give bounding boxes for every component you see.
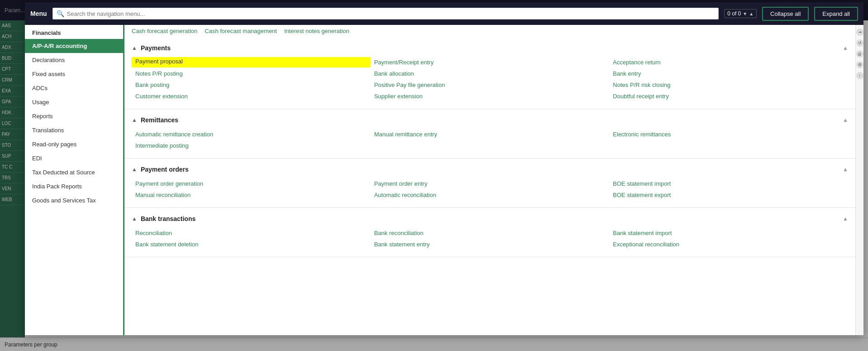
payment-order-entry-link[interactable]: Payment order entry bbox=[371, 178, 610, 189]
acceptance-return-link[interactable]: Acceptance return bbox=[609, 57, 848, 67]
notes-pr-risk-closing-link[interactable]: Notes P/R risk closing bbox=[609, 80, 848, 90]
payments-section-header: ▲ Payments ▲ bbox=[124, 39, 855, 55]
remittances-collapse-right[interactable]: ▲ bbox=[843, 117, 848, 123]
payments-items-grid: Payment proposal Payment/Receipt entry A… bbox=[124, 55, 855, 103]
counter-down-arrow[interactable]: ▼ bbox=[743, 11, 747, 16]
counter-value: 0 of 0 bbox=[727, 10, 741, 17]
payment-orders-title-row: ▲ Payment orders bbox=[132, 166, 189, 173]
modal-content: Cash forecast generation Cash forecast m… bbox=[124, 25, 855, 335]
top-link-cash-forecast-mgmt[interactable]: Cash forecast management bbox=[205, 28, 277, 34]
bank-transactions-items-grid: Reconciliation Bank reconciliation Bank … bbox=[124, 226, 855, 251]
payments-section: ▲ Payments ▲ Payment proposal Payment/Re… bbox=[124, 39, 855, 109]
bank-transactions-section-title: Bank transactions bbox=[141, 215, 196, 222]
modal-sidebar: Financials A/P-A/R accounting Declaratio… bbox=[25, 25, 124, 335]
payment-orders-section-title: Payment orders bbox=[141, 166, 189, 173]
search-input[interactable] bbox=[67, 10, 715, 17]
top-link-cash-forecast-gen[interactable]: Cash forecast generation bbox=[132, 28, 197, 34]
payment-orders-items-grid: Payment order generation Payment order e… bbox=[124, 177, 855, 202]
sidebar-item-label: A/P-A/R accounting bbox=[32, 43, 87, 49]
modal-body: Financials A/P-A/R accounting Declaratio… bbox=[25, 25, 863, 335]
sidebar-item-declarations[interactable]: Declarations bbox=[25, 53, 123, 67]
remittances-section-header: ▲ Remittances ▲ bbox=[124, 111, 855, 127]
top-link-interest-notes[interactable]: Interest notes generation bbox=[284, 28, 349, 34]
exceptional-reconciliation-link[interactable]: Exceptional reconciliation bbox=[609, 239, 848, 250]
payments-title-row: ▲ Payments bbox=[132, 44, 171, 52]
intermediate-posting-link[interactable]: Intermediate posting bbox=[132, 140, 371, 151]
sidebar-item-label: Fixed assets bbox=[32, 71, 65, 77]
counter-up-arrow[interactable]: ▲ bbox=[749, 11, 754, 16]
bank-transactions-title-row: ▲ Bank transactions bbox=[132, 215, 196, 222]
doubtful-receipt-entry-link[interactable]: Doubtful receipt entry bbox=[609, 91, 848, 101]
payment-orders-collapse-icon[interactable]: ▲ bbox=[132, 166, 137, 173]
expand-all-button[interactable]: Expand all bbox=[814, 7, 858, 21]
sidebar-item-usage[interactable]: Usage bbox=[25, 95, 123, 109]
notes-pr-posting-link[interactable]: Notes P/R posting bbox=[132, 68, 371, 79]
refresh-icon-btn[interactable]: ↺ bbox=[856, 39, 863, 47]
sidebar-item-label: India Pack Reports bbox=[32, 183, 82, 190]
bank-transactions-section: ▲ Bank transactions ▲ Reconciliation Ban… bbox=[124, 210, 855, 257]
automatic-reconciliation-link[interactable]: Automatic reconciliation bbox=[371, 190, 610, 200]
remittances-collapse-icon[interactable]: ▲ bbox=[132, 117, 137, 123]
remittances-title-row: ▲ Remittances bbox=[132, 116, 178, 124]
search-icon: 🔍 bbox=[57, 10, 64, 17]
sidebar-item-reports[interactable]: Reports bbox=[25, 109, 123, 123]
sidebar-item-label: EDI bbox=[32, 155, 42, 162]
electronic-remittances-link[interactable]: Electronic remittances bbox=[609, 129, 848, 139]
top-links-row: Cash forecast generation Cash forecast m… bbox=[124, 25, 855, 39]
bank-statement-deletion-link[interactable]: Bank statement deletion bbox=[132, 239, 371, 250]
payment-orders-collapse-right[interactable]: ▲ bbox=[843, 166, 848, 173]
sidebar-item-label: Translations bbox=[32, 127, 64, 134]
customer-extension-link[interactable]: Customer extension bbox=[132, 91, 371, 101]
bank-transactions-collapse-right[interactable]: ▲ bbox=[843, 216, 848, 222]
boe-statement-export-link[interactable]: BOE statement export bbox=[609, 190, 848, 200]
navigation-modal: Menu 🔍 0 of 0 ▼ ▲ Collapse all Expand al… bbox=[25, 2, 863, 335]
sidebar-item-translations[interactable]: Translations bbox=[25, 123, 123, 137]
payments-collapse-right[interactable]: ▲ bbox=[843, 45, 848, 51]
sidebar-item-label: Declarations bbox=[32, 57, 65, 63]
search-wrapper: 🔍 bbox=[52, 8, 719, 19]
bank-transactions-section-header: ▲ Bank transactions ▲ bbox=[124, 210, 855, 226]
bank-statement-import-link[interactable]: Bank statement import bbox=[609, 228, 848, 238]
upload-icon-btn[interactable]: ↑ bbox=[856, 72, 863, 79]
payment-proposal-link[interactable]: Payment proposal bbox=[132, 57, 371, 67]
payment-orders-section: ▲ Payment orders ▲ Payment order generat… bbox=[124, 160, 855, 208]
payment-receipt-entry-link[interactable]: Payment/Receipt entry bbox=[371, 57, 610, 67]
collapse-all-button[interactable]: Collapse all bbox=[762, 7, 809, 21]
sidebar-item-india-pack[interactable]: India Pack Reports bbox=[25, 179, 123, 193]
sidebar-item-gst[interactable]: Goods and Services Tax bbox=[25, 193, 123, 207]
positive-pay-link[interactable]: Positive Pay file generation bbox=[371, 80, 610, 90]
manual-reconciliation-link[interactable]: Manual reconciliation bbox=[132, 190, 371, 200]
bank-allocation-link[interactable]: Bank allocation bbox=[371, 68, 610, 79]
modal-header: Menu 🔍 0 of 0 ▼ ▲ Collapse all Expand al… bbox=[25, 2, 863, 25]
payments-collapse-icon[interactable]: ▲ bbox=[132, 45, 137, 51]
sidebar-item-edi[interactable]: EDI bbox=[25, 151, 123, 165]
sidebar-item-label: ADCs bbox=[32, 85, 48, 91]
reconciliation-link[interactable]: Reconciliation bbox=[132, 228, 371, 238]
settings-icon-btn[interactable]: ⚙ bbox=[856, 61, 863, 68]
payment-order-generation-link[interactable]: Payment order generation bbox=[132, 178, 371, 189]
sidebar-item-label: Usage bbox=[32, 99, 49, 106]
bank-transactions-collapse-icon[interactable]: ▲ bbox=[132, 216, 137, 222]
auto-remittance-creation-link[interactable]: Automatic remittance creation bbox=[132, 129, 371, 139]
sidebar-item-adcs[interactable]: ADCs bbox=[25, 81, 123, 95]
print-icon-btn[interactable]: 🖨 bbox=[856, 50, 863, 58]
sidebar-section-financials[interactable]: Financials bbox=[25, 27, 123, 39]
remittances-items-grid: Automatic remittance creation Manual rem… bbox=[124, 127, 855, 153]
sidebar-item-label: Goods and Services Tax bbox=[32, 197, 96, 204]
sidebar-item-fixed-assets[interactable]: Fixed assets bbox=[25, 67, 123, 81]
payment-orders-section-header: ▲ Payment orders ▲ bbox=[124, 160, 855, 177]
payments-section-title: Payments bbox=[141, 44, 171, 52]
sidebar-item-ap-ar-accounting[interactable]: A/P-A/R accounting bbox=[25, 39, 123, 53]
manual-remittance-entry-link[interactable]: Manual remittance entry bbox=[371, 129, 610, 139]
bank-reconciliation-link[interactable]: Bank reconciliation bbox=[371, 228, 610, 238]
menu-label: Menu bbox=[30, 10, 47, 17]
bank-posting-link[interactable]: Bank posting bbox=[132, 80, 371, 90]
bank-statement-entry-link[interactable]: Bank statement entry bbox=[371, 239, 610, 250]
sidebar-item-read-only-pages[interactable]: Read-only pages bbox=[25, 137, 123, 151]
sidebar-item-tax-deducted[interactable]: Tax Deducted at Source bbox=[25, 165, 123, 179]
boe-statement-import-link[interactable]: BOE statement import bbox=[609, 178, 848, 189]
exit-icon-btn[interactable]: ⇥ bbox=[856, 29, 863, 36]
search-counter: 0 of 0 ▼ ▲ bbox=[724, 9, 757, 18]
bank-entry-link[interactable]: Bank entry bbox=[609, 68, 848, 79]
supplier-extension-link[interactable]: Supplier extension bbox=[371, 91, 610, 101]
